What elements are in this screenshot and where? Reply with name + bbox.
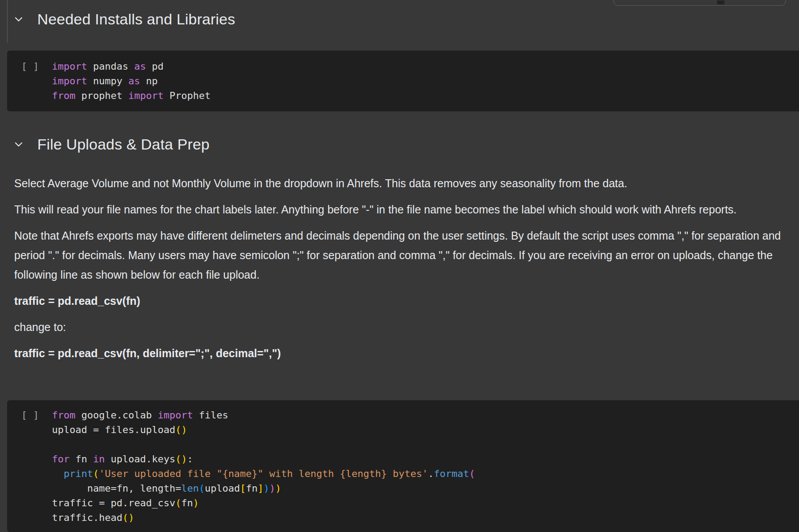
markdown-paragraph: change to: (14, 317, 788, 337)
section-header-file-uploads[interactable]: File Uploads & Data Prep (0, 134, 209, 154)
markdown-bold-line: traffic = pd.read_csv(fn) (14, 291, 788, 311)
execution-indicator[interactable]: [ ] (21, 408, 52, 532)
section-title: Needed Installs and Libraries (37, 11, 235, 28)
notebook: Needed Installs and Libraries [ ] import… (0, 0, 799, 532)
chevron-down-icon[interactable] (13, 14, 24, 24)
code-line[interactable]: print('User uploaded file "{name}" with … (52, 466, 475, 481)
markdown-block: Select Average Volume and not Monthly Vo… (14, 173, 788, 370)
code-cell-imports[interactable]: [ ] import pandas as pdimport numpy as n… (7, 51, 799, 111)
code-area[interactable]: import pandas as pdimport numpy as npfro… (52, 59, 211, 111)
markdown-paragraph: Note that Ahrefs exports may have differ… (14, 226, 788, 284)
code-line[interactable]: for fn in upload.keys(): (52, 452, 475, 466)
code-line[interactable]: from google.colab import files (52, 408, 475, 422)
code-line[interactable]: from prophet import Prophet (52, 88, 211, 103)
markdown-bold-line: traffic = pd.read_csv(fn, delimiter=";",… (14, 343, 788, 363)
markdown-paragraph: This will read your file names for the c… (14, 200, 788, 219)
code-area[interactable]: from google.colab import filesupload = f… (52, 408, 475, 532)
code-cell-file-upload[interactable]: [ ] from google.colab import filesupload… (7, 400, 799, 532)
toolbar-icon[interactable] (717, 0, 724, 4)
section-title: File Uploads & Data Prep (37, 136, 209, 153)
markdown-paragraph: Select Average Volume and not Monthly Vo… (14, 173, 788, 193)
code-line[interactable]: name=fn, length=len(upload[fn]))) (52, 481, 475, 496)
code-line[interactable]: traffic.head() (52, 510, 475, 525)
code-line[interactable]: import pandas as pd (52, 59, 211, 74)
code-line[interactable] (52, 437, 475, 452)
code-line[interactable]: upload = files.upload() (52, 422, 475, 437)
code-line[interactable]: import numpy as np (52, 74, 211, 88)
chevron-down-icon[interactable] (13, 139, 24, 150)
code-line[interactable]: traffic = pd.read_csv(fn) (52, 496, 475, 510)
section-header-needed-installs[interactable]: Needed Installs and Libraries (0, 9, 235, 29)
cell-toolbar[interactable] (614, 0, 786, 6)
execution-indicator[interactable]: [ ] (21, 59, 52, 111)
